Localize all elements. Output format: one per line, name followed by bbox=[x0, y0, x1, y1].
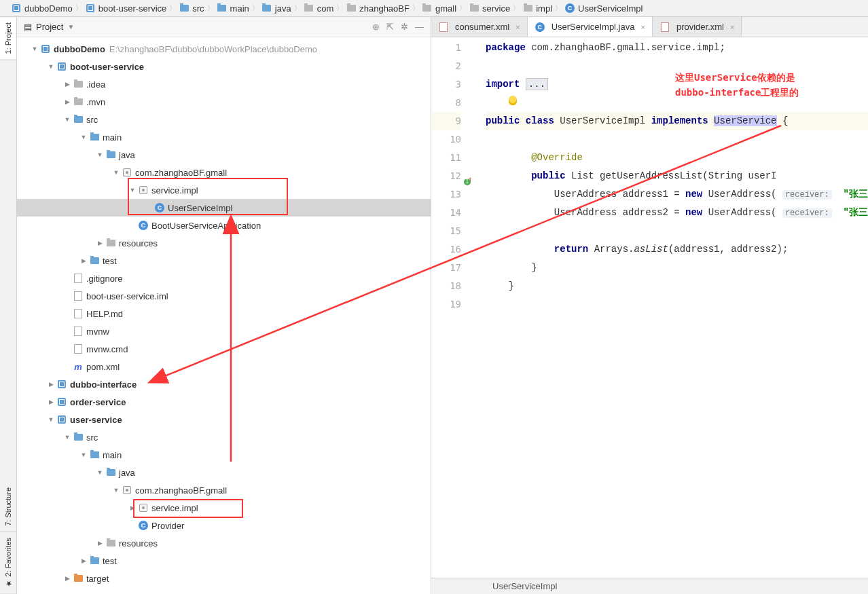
project-tree[interactable]: ▼dubboDemoE:\zhanghaoBF\dubbo\dubboWorkP… bbox=[17, 37, 431, 594]
tree-arrow-icon[interactable]: ▶ bbox=[63, 575, 71, 582]
editor-tab[interactable]: provider.xml× bbox=[653, 17, 742, 37]
tree-arrow-icon[interactable]: ▼ bbox=[79, 134, 88, 141]
gutter-line[interactable]: 3 bbox=[431, 75, 461, 94]
tree-row[interactable]: CUserServiceImpl bbox=[17, 199, 431, 217]
tree-row[interactable]: ▶.mvn bbox=[17, 93, 431, 111]
tree-row[interactable]: ▶test bbox=[17, 252, 431, 270]
tree-row[interactable]: mvnw bbox=[17, 322, 431, 340]
gutter-line[interactable]: 17 bbox=[431, 259, 461, 277]
tree-arrow-icon[interactable]: ▶ bbox=[128, 504, 137, 511]
breadcrumb-item[interactable]: src bbox=[173, 0, 209, 16]
tree-arrow-icon[interactable]: ▼ bbox=[112, 169, 120, 176]
breadcrumb-item[interactable]: CUserServiceImpl bbox=[559, 0, 648, 16]
gutter-line[interactable]: 14 bbox=[431, 204, 461, 222]
tree-arrow-icon[interactable]: ▶ bbox=[96, 540, 104, 546]
tree-row[interactable]: ▶.idea bbox=[17, 75, 431, 93]
code-line[interactable] bbox=[486, 295, 868, 314]
gutter-line[interactable]: 13 bbox=[431, 185, 461, 204]
code-line[interactable]: } bbox=[486, 259, 868, 277]
tree-row[interactable]: CProvider bbox=[17, 517, 431, 534]
tree-arrow-icon[interactable]: ▼ bbox=[63, 434, 71, 441]
tree-row[interactable]: ▼com.zhanghaoBF.gmall bbox=[17, 481, 431, 499]
tree-row[interactable]: mpom.xml bbox=[17, 358, 431, 375]
gutter-line[interactable]: 10 bbox=[431, 130, 461, 149]
tree-row[interactable]: ▼src bbox=[17, 111, 431, 128]
tree-row[interactable]: ▼java bbox=[17, 464, 431, 481]
close-icon[interactable]: × bbox=[640, 23, 645, 31]
tree-row[interactable]: ▼main bbox=[17, 128, 431, 146]
gutter-line[interactable]: 11 bbox=[431, 149, 461, 167]
hide-icon[interactable]: — bbox=[415, 22, 424, 32]
gutter-line[interactable]: 12I↑ bbox=[431, 167, 461, 185]
tree-row[interactable]: .gitignore bbox=[17, 270, 431, 287]
gutter-line[interactable]: 16 bbox=[431, 240, 461, 259]
breadcrumb-item[interactable]: impl bbox=[517, 0, 558, 16]
code-line[interactable]: @Override bbox=[486, 149, 868, 167]
code-line[interactable]: UserAddress address2 = new UserAddress( … bbox=[486, 204, 868, 222]
tree-row[interactable]: ▼src bbox=[17, 428, 431, 446]
breadcrumb-item[interactable]: zhanghaoBF bbox=[340, 0, 415, 16]
code-line[interactable]: UserAddress address1 = new UserAddress( … bbox=[486, 185, 868, 204]
tree-arrow-icon[interactable]: ▶ bbox=[79, 257, 88, 264]
code-line[interactable]: return Arrays.asList(address1, address2)… bbox=[486, 240, 868, 259]
tree-row[interactable]: ▶resources bbox=[17, 534, 431, 552]
tree-row[interactable]: ▼java bbox=[17, 146, 431, 164]
settings-icon[interactable]: ✲ bbox=[401, 22, 408, 32]
intention-bulb-icon[interactable] bbox=[509, 96, 517, 105]
tree-row[interactable]: ▶resources bbox=[17, 234, 431, 252]
locate-icon[interactable]: ⊕ bbox=[372, 22, 380, 32]
project-dropdown-icon[interactable]: ▼ bbox=[67, 23, 74, 31]
close-icon[interactable]: × bbox=[730, 23, 734, 31]
tree-arrow-icon[interactable]: ▶ bbox=[96, 240, 104, 246]
gutter-line[interactable]: 8 bbox=[431, 94, 461, 112]
breadcrumb-item[interactable]: main bbox=[211, 0, 255, 16]
tree-row[interactable]: ▼main bbox=[17, 446, 431, 464]
tree-arrow-icon[interactable]: ▶ bbox=[47, 381, 55, 388]
tree-row[interactable]: ▼user-service bbox=[17, 411, 431, 428]
breadcrumb-item[interactable]: service bbox=[463, 0, 516, 16]
tree-row[interactable]: CBootUserServiceApplication bbox=[17, 217, 431, 234]
code-line[interactable]: package com.zhanghaoBF.gmall.service.imp… bbox=[486, 39, 868, 57]
tree-arrow-icon[interactable]: ▼ bbox=[47, 63, 55, 70]
tree-row[interactable]: mvnw.cmd bbox=[17, 340, 431, 358]
tree-row[interactable]: ▶test bbox=[17, 552, 431, 570]
editor-tab[interactable]: consumer.xml× bbox=[431, 17, 528, 37]
tree-row[interactable]: boot-user-service.iml bbox=[17, 287, 431, 305]
code-line[interactable]: public class UserServiceImpl implements … bbox=[486, 112, 868, 130]
tree-row[interactable]: ▶target bbox=[17, 570, 431, 587]
tree-arrow-icon[interactable]: ▼ bbox=[31, 45, 39, 52]
tree-arrow-icon[interactable]: ▼ bbox=[96, 469, 104, 476]
breadcrumb-item[interactable]: dubboDemo bbox=[5, 0, 78, 16]
gutter-line[interactable]: 19 bbox=[431, 295, 461, 314]
breadcrumb-item[interactable]: com bbox=[298, 0, 340, 16]
gutter-line[interactable]: 18 bbox=[431, 277, 461, 295]
close-icon[interactable]: × bbox=[516, 23, 520, 31]
code-line[interactable] bbox=[486, 222, 868, 240]
gutter-line[interactable]: 1 bbox=[431, 39, 461, 57]
tree-arrow-icon[interactable]: ▼ bbox=[96, 151, 104, 158]
tree-arrow-icon[interactable]: ▶ bbox=[63, 98, 71, 105]
code-area[interactable]: package com.zhanghaoBF.gmall.service.imp… bbox=[472, 37, 868, 594]
tree-arrow-icon[interactable]: ▼ bbox=[47, 416, 55, 423]
tree-row[interactable]: ▶service.impl bbox=[17, 499, 431, 517]
tree-arrow-icon[interactable]: ▼ bbox=[128, 187, 137, 193]
tree-row[interactable]: ▼boot-user-service bbox=[17, 58, 431, 75]
tree-arrow-icon[interactable]: ▼ bbox=[63, 116, 71, 123]
code-line[interactable]: public List getUserAddressList(String us… bbox=[486, 167, 868, 185]
code-line[interactable] bbox=[486, 130, 868, 149]
tree-row[interactable]: ▶dubbo-interface bbox=[17, 375, 431, 393]
breadcrumb-item[interactable]: boot-user-service bbox=[79, 0, 172, 16]
tree-arrow-icon[interactable]: ▶ bbox=[79, 557, 88, 564]
collapse-icon[interactable]: ⇱ bbox=[386, 22, 394, 32]
breadcrumb-item[interactable]: java bbox=[256, 0, 297, 16]
tree-row[interactable]: ▶order-service bbox=[17, 393, 431, 411]
code-line[interactable]: } bbox=[486, 277, 868, 295]
tree-arrow-icon[interactable]: ▼ bbox=[112, 487, 120, 494]
gutter-line[interactable]: 15 bbox=[431, 222, 461, 240]
gutter-line[interactable]: 9 bbox=[431, 112, 461, 130]
breadcrumb-item[interactable]: gmall bbox=[416, 0, 462, 16]
sidebar-tab-structure[interactable]: 7: Structure bbox=[0, 482, 16, 532]
tree-row[interactable]: HELP.md bbox=[17, 305, 431, 322]
editor-tab[interactable]: CUserServiceImpl.java× bbox=[528, 17, 653, 37]
tree-row[interactable]: ▼dubboDemoE:\zhanghaoBF\dubbo\dubboWorkP… bbox=[17, 40, 431, 58]
